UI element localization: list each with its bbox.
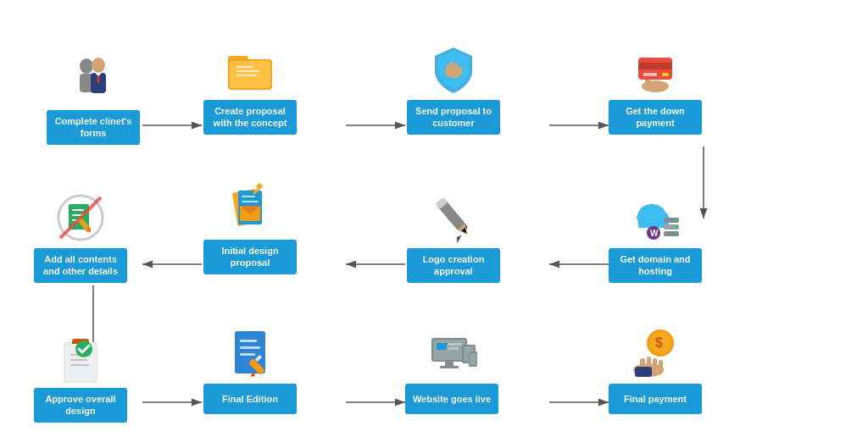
svg-rect-22	[236, 70, 260, 72]
svg-point-43	[676, 226, 678, 229]
label-logo-creation: Logo creation approval	[407, 248, 500, 283]
label-get-down-payment: Get the down payment	[609, 100, 702, 135]
node-website-live: Website goes live	[405, 326, 498, 414]
node-final-edition: Final Edition	[203, 326, 297, 414]
label-create-proposal: Create proposal with the concept	[203, 100, 297, 135]
svg-rect-86	[437, 343, 447, 350]
label-approve-design: Approve overall design	[34, 388, 127, 423]
svg-point-12	[80, 58, 93, 74]
icon-website-live	[425, 326, 479, 380]
diagram: Complete clinet's forms Create proposal …	[0, 0, 868, 437]
svg-rect-87	[448, 343, 462, 346]
label-final-payment: Final payment	[609, 384, 702, 414]
svg-rect-33	[643, 73, 657, 76]
node-add-contents: Add all contents and other details	[34, 191, 127, 283]
icon-send-proposal	[426, 42, 481, 97]
node-final-payment: $ Final payment	[609, 326, 702, 414]
svg-rect-26	[446, 64, 449, 75]
node-initial-design: Initial design proposal	[203, 182, 297, 274]
svg-rect-25	[450, 61, 453, 75]
svg-rect-94	[470, 353, 476, 365]
svg-rect-75	[70, 364, 89, 366]
icon-get-domain: W	[628, 191, 682, 245]
svg-rect-74	[70, 359, 87, 361]
label-final-edition: Final Edition	[203, 384, 297, 414]
icon-add-contents	[53, 191, 108, 245]
label-website-live: Website goes live	[405, 384, 498, 414]
icon-final-payment: $	[628, 326, 682, 380]
label-initial-design: Initial design proposal	[203, 240, 297, 274]
svg-rect-79	[240, 346, 260, 349]
svg-rect-101	[653, 358, 657, 372]
node-send-proposal: Send proposal to customer	[407, 42, 500, 135]
svg-rect-80	[240, 353, 255, 356]
svg-rect-56	[242, 196, 255, 197]
svg-point-44	[676, 233, 678, 235]
svg-rect-57	[242, 201, 259, 202]
svg-rect-64	[72, 209, 84, 211]
label-add-contents: Add all contents and other details	[34, 248, 127, 283]
icon-initial-design	[223, 182, 277, 236]
node-get-domain: W Get domain and hosting	[609, 191, 702, 283]
icon-final-edition	[223, 326, 277, 380]
svg-rect-21	[236, 66, 253, 68]
svg-rect-23	[236, 75, 257, 76]
node-create-proposal: Create proposal with the concept	[203, 42, 297, 135]
icon-complete-client	[66, 53, 120, 107]
icon-get-down-payment	[628, 42, 682, 97]
node-approve-design: Approve overall design	[34, 330, 127, 423]
node-get-down-payment: Get the down payment	[609, 42, 702, 135]
node-complete-client: Complete clinet's forms	[47, 53, 140, 145]
svg-rect-78	[240, 340, 257, 342]
svg-rect-88	[448, 347, 459, 350]
label-send-proposal: Send proposal to customer	[407, 100, 500, 135]
svg-rect-27	[454, 63, 458, 75]
svg-rect-103	[635, 367, 652, 377]
label-complete-client: Complete clinet's forms	[47, 110, 140, 145]
svg-rect-32	[638, 63, 672, 69]
node-logo-creation: Logo creation approval	[407, 191, 500, 283]
svg-rect-34	[662, 73, 669, 76]
svg-point-42	[676, 219, 678, 222]
svg-rect-28	[459, 66, 462, 75]
icon-create-proposal	[223, 42, 277, 97]
svg-marker-49	[454, 234, 465, 243]
svg-text:$: $	[655, 335, 663, 350]
icon-approve-design	[53, 330, 108, 384]
label-get-domain: Get domain and hosting	[609, 248, 702, 283]
svg-point-14	[92, 58, 105, 73]
svg-line-69	[60, 197, 101, 238]
svg-rect-102	[659, 360, 663, 372]
svg-text:W: W	[650, 229, 659, 238]
icon-logo-creation	[426, 191, 481, 245]
svg-rect-90	[440, 366, 459, 368]
